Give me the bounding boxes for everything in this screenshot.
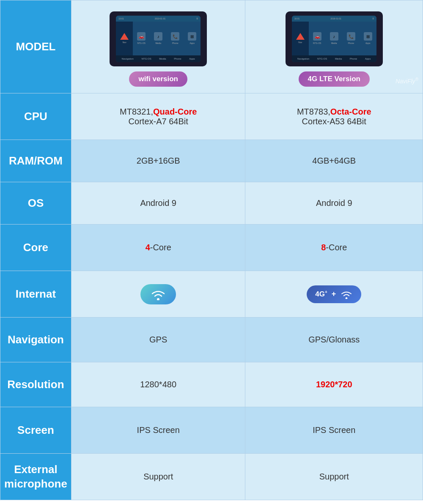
4g-internet-cell: 4G+ + <box>245 271 423 318</box>
wifi-ramrom-cell: 2GB+16GB <box>71 140 245 182</box>
resolution-label: Resolution <box>0 362 71 407</box>
wifi-internet-badge <box>140 284 176 304</box>
internet-label: Internat <box>0 271 71 318</box>
wifi-external-mic-cell: Support <box>71 454 245 500</box>
wifi-internet-cell <box>71 271 245 318</box>
4g-internet-badge: 4G+ + <box>307 285 361 303</box>
wifi-cpu-arch: Cortex-A7 64Bit <box>71 117 245 126</box>
wifi-resolution-cell: 1280*480 <box>71 362 245 407</box>
screen-label: Screen <box>0 407 71 454</box>
4g-wifi-icon <box>340 290 353 299</box>
svg-point-1 <box>346 297 348 299</box>
wifi-os-cell: Android 9 <box>71 182 245 225</box>
wifi-model-cell: 10:01 2019-01-01 ☰ Nav <box>71 0 245 93</box>
4g-external-mic-cell: Support <box>245 454 423 500</box>
os-label: OS <box>0 182 71 225</box>
core-label: Core <box>0 225 71 271</box>
4g-version-badge: 4G LTE Version <box>299 71 370 87</box>
cpu-label: CPU <box>0 93 71 140</box>
4g-cpu-cell: MT8783,Octa-Core Cortex-A53 64Bit <box>245 93 423 140</box>
4g-cpu-value: MT8783,Octa-Core <box>245 107 423 117</box>
navifly-brand: NaviFly® <box>396 77 418 85</box>
4g-model-cell: 10:01 2019-01-01 ☰ Nav <box>245 0 423 93</box>
wifi-model-image-container: 10:01 2019-01-01 ☰ Nav <box>71 3 245 91</box>
wifi-signal-icon <box>151 288 166 300</box>
navigation-label: Navigation <box>0 318 71 362</box>
plus-sign: + <box>332 290 336 299</box>
external-mic-label: External microphone <box>0 454 71 500</box>
wifi-cpu-value: MT8321,Quad-Core <box>71 107 245 117</box>
wifi-navigation-cell: GPS <box>71 318 245 362</box>
wifi-cpu-cell: MT8321,Quad-Core Cortex-A7 64Bit <box>71 93 245 140</box>
4g-label: 4G+ <box>315 290 327 299</box>
4g-navigation-cell: GPS/Glonass <box>245 318 423 362</box>
svg-point-0 <box>157 298 159 300</box>
wifi-version-badge: wifi version <box>129 71 187 87</box>
4g-screen-cell: IPS Screen <box>245 407 423 454</box>
model-label: MODEL <box>0 0 71 93</box>
wifi-core-cell: 4-Core <box>71 225 245 271</box>
4g-resolution-cell: 1920*720 <box>245 362 423 407</box>
wifi-screen-cell: IPS Screen <box>71 407 245 454</box>
4g-core-cell: 8-Core <box>245 225 423 271</box>
4g-device-image: 10:01 2019-01-01 ☰ Nav <box>286 11 383 66</box>
ramrom-label: RAM/ROM <box>0 140 71 182</box>
4g-os-cell: Android 9 <box>245 182 423 225</box>
wifi-device-image: 10:01 2019-01-01 ☰ Nav <box>110 11 207 66</box>
4g-ramrom-cell: 4GB+64GB <box>245 140 423 182</box>
4g-cpu-arch: Cortex-A53 64Bit <box>245 117 423 126</box>
